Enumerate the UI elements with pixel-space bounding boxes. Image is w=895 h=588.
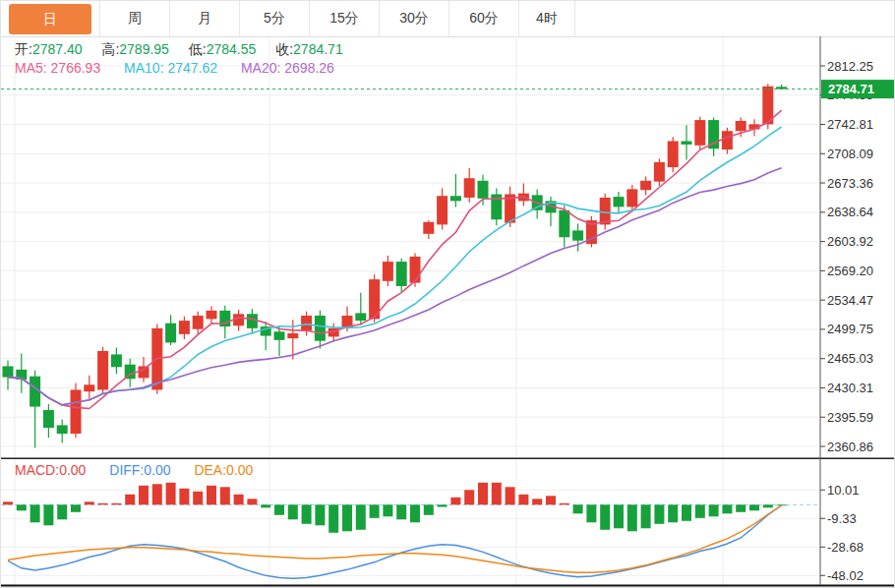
candle-body <box>450 196 461 201</box>
ma20-value: 2698.26 <box>284 60 334 76</box>
ohlc-readout: 开:2787.40 高:2789.95 低:2784.55 收:2784.71 <box>15 41 343 59</box>
dea-label: DEA: <box>194 462 226 478</box>
candle-body <box>57 425 68 434</box>
macd-axis-label: -9.33 <box>827 511 857 526</box>
dea-value: 0.00 <box>226 462 253 478</box>
candle-body <box>301 316 312 330</box>
candle-body <box>71 389 82 434</box>
macd-axis-label: -48.02 <box>827 568 864 583</box>
candle-body <box>247 314 258 328</box>
open-label: 开: <box>15 41 32 57</box>
macd-histogram-bar <box>763 504 773 507</box>
y-axis-label: 2360.86 <box>827 440 873 454</box>
candle-body <box>43 410 54 428</box>
ma5-value: 2766.93 <box>51 60 101 76</box>
candle-body <box>626 189 637 206</box>
macd-histogram-bar <box>193 492 203 504</box>
macd-histogram-bar <box>627 504 637 531</box>
macd-histogram-bar <box>586 504 596 522</box>
y-axis-label: 2742.81 <box>827 117 873 132</box>
macd-histogram-bar <box>302 504 312 523</box>
macd-histogram-bar <box>668 504 678 522</box>
macd-histogram-bar <box>478 483 488 504</box>
y-axis-label: 2638.64 <box>827 205 873 219</box>
y-axis-label: 2465.03 <box>827 351 873 366</box>
macd-histogram-bar <box>396 504 406 519</box>
candle-body <box>654 162 665 182</box>
candle-body <box>437 196 448 224</box>
y-axis-label: 2534.47 <box>827 293 873 308</box>
ma5-label: MA5: <box>15 60 47 76</box>
macd-histogram-bar <box>3 501 13 504</box>
candle-body <box>165 323 176 343</box>
macd-histogram-bar <box>722 504 732 513</box>
macd-histogram-bar <box>546 496 556 504</box>
candle-body <box>315 316 326 341</box>
macd-histogram-bar <box>600 504 610 529</box>
macd-histogram-bar <box>356 504 366 529</box>
candle-body <box>410 257 421 283</box>
macd-legend: MACD:0.00 DIFF:0.00 DEA:0.00 <box>15 462 253 478</box>
macd-histogram-bar <box>370 504 380 517</box>
macd-histogram-bar <box>274 504 284 514</box>
dea-line <box>8 505 782 572</box>
high-label: 高: <box>101 41 119 57</box>
candle-body <box>423 222 434 234</box>
candle-body <box>600 198 611 224</box>
bottom-border <box>1 585 895 587</box>
macd-histogram-bar <box>641 504 651 528</box>
y-axis-label: 2430.31 <box>827 381 873 395</box>
candle-body <box>84 384 94 391</box>
y-axis-label: 2499.75 <box>827 322 873 336</box>
panel-divider <box>1 458 895 459</box>
macd-value: 0.00 <box>59 462 86 478</box>
macd-histogram-bar <box>614 504 624 528</box>
low-value: 2784.55 <box>207 41 257 57</box>
candlestick-macd-chart[interactable]: 2812.252777.532742.812708.092673.362638.… <box>1 1 895 588</box>
diff-line <box>8 505 782 578</box>
candle-body <box>219 311 230 326</box>
macd-histogram-bar <box>560 503 569 504</box>
macd-histogram-bar <box>30 504 40 522</box>
high-value: 2789.95 <box>119 41 169 57</box>
macd-axis-label: 10.01 <box>827 483 860 498</box>
candle-body <box>464 178 475 198</box>
macd-histogram-bar <box>261 504 270 507</box>
candle-body <box>682 142 692 145</box>
close-label: 收: <box>275 41 293 57</box>
y-axis-label: 2603.92 <box>827 234 873 249</box>
ma-legend: MA5: 2766.93 MA10: 2747.62 MA20: 2698.26 <box>15 60 334 76</box>
macd-histogram-bar <box>736 504 746 511</box>
macd-histogram-bar <box>315 504 325 525</box>
candle-body <box>383 262 393 281</box>
candle-body <box>179 321 190 334</box>
candle-body <box>3 366 14 377</box>
macd-histogram-bar <box>383 504 392 516</box>
macd-label: MACD: <box>15 462 59 478</box>
candle-body <box>722 131 733 149</box>
macd-histogram-bar <box>438 504 448 506</box>
candle-body <box>97 351 108 389</box>
y-axis-label: 2708.09 <box>827 147 873 161</box>
candle-body <box>478 181 489 199</box>
macd-histogram-bar <box>328 504 338 532</box>
candle-body <box>139 366 149 378</box>
macd-histogram-bar <box>125 495 135 504</box>
candle-body <box>193 316 204 329</box>
macd-histogram-bar <box>709 504 719 516</box>
candle-body <box>572 230 583 240</box>
candle-body <box>287 333 298 338</box>
candle-body <box>111 354 122 367</box>
candle-body <box>396 262 407 286</box>
macd-histogram-bar <box>749 504 759 510</box>
current-price-tag-text: 2784.71 <box>828 82 874 96</box>
macd-histogram-bar <box>85 501 94 504</box>
macd-histogram-bar <box>410 504 420 522</box>
macd-histogram-bar <box>288 504 298 519</box>
diff-value: 0.00 <box>144 462 170 478</box>
macd-histogram-bar <box>220 487 230 504</box>
macd-histogram-bar <box>695 504 705 517</box>
candle-body <box>207 311 217 320</box>
y-axis-label: 2395.59 <box>827 410 873 425</box>
macd-histogram-bar <box>342 504 352 531</box>
